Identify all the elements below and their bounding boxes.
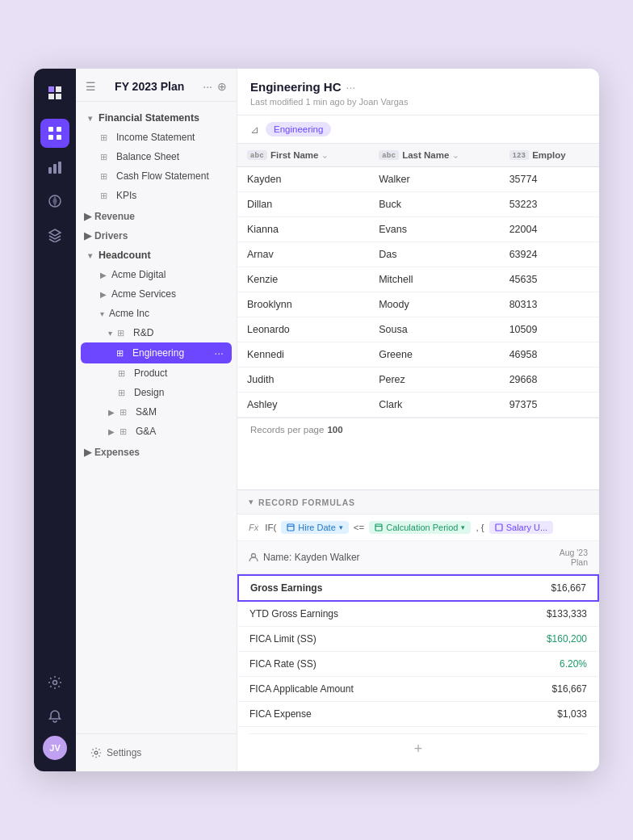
section-financial-statements: ▾ Financial Statements ⊞ Income Statemen…: [76, 108, 237, 205]
formula-table-row[interactable]: FICA Rate (SS) 6.20%: [238, 652, 598, 677]
cell-last-name: Evans: [369, 217, 500, 242]
sidebar-item-label: Acme Digital: [111, 269, 166, 280]
nav-icon-layers[interactable]: [40, 220, 69, 250]
col-header-first-name[interactable]: abc First Name ⌄: [237, 144, 369, 167]
table-row[interactable]: Kianna Evans 22004: [237, 217, 599, 242]
table-row[interactable]: Dillan Buck 53223: [237, 192, 599, 217]
filter-chip-engineering[interactable]: Engineering: [266, 122, 331, 136]
section-revenue-header[interactable]: ▶ Revenue: [76, 207, 237, 226]
cell-employ: 22004: [500, 217, 599, 242]
filter-bar: ⊿ Engineering: [237, 116, 599, 144]
table-row[interactable]: Kayden Walker 35774: [237, 167, 599, 192]
cell-employ: 29668: [500, 368, 599, 393]
sidebar-item-balance-sheet[interactable]: ⊞ Balance Sheet: [76, 147, 237, 166]
salary-chip[interactable]: Salary U...: [489, 521, 553, 534]
cell-first-name: Dillan: [237, 192, 369, 217]
formula-label: FICA Expense: [238, 702, 479, 727]
chevron-down-icon: ▾: [108, 329, 112, 338]
table-icon: ⊞: [118, 388, 129, 398]
calc-period-chip[interactable]: Calculation Period ▾: [369, 521, 471, 534]
table-icon: ⊞: [117, 328, 128, 338]
sidebar-item-label: G&A: [136, 426, 156, 437]
table-row[interactable]: Brooklynn Moody 80313: [237, 292, 599, 317]
nav-icon-bell[interactable]: [40, 702, 69, 731]
settings-button[interactable]: Settings: [84, 742, 228, 763]
formula-table-row[interactable]: Gross Earnings $16,667: [238, 575, 598, 601]
sidebar-item-cash-flow[interactable]: ⊞ Cash Flow Statement: [76, 166, 237, 186]
formula-label: FICA Rate (SS): [238, 652, 479, 677]
fx-label: Fx: [249, 523, 258, 532]
sidebar-item-income-statement[interactable]: ⊞ Income Statement: [76, 128, 237, 147]
chip-dropdown-icon[interactable]: ▾: [461, 523, 465, 531]
table-row[interactable]: Kennedi Greene 46958: [237, 342, 599, 368]
table-row[interactable]: Kenzie Mitchell 45635: [237, 267, 599, 292]
sidebar-item-label: Design: [134, 387, 164, 398]
section-headcount-header[interactable]: ▾ Headcount: [76, 246, 237, 265]
sidebar-more-icon[interactable]: ···: [203, 80, 212, 93]
table-row[interactable]: Arnav Das 63924: [237, 242, 599, 267]
nav-icon-chart[interactable]: [40, 153, 69, 182]
formula-table-row[interactable]: YTD Gross Earnings $133,333: [238, 601, 598, 627]
cell-first-name: Kayden: [237, 167, 369, 192]
formula-operator: <=: [354, 523, 364, 532]
chevron-right-icon: ▶: [100, 290, 107, 299]
formulas-header[interactable]: ▾ RECORD FORMULAS: [237, 490, 599, 514]
section-headcount: ▾ Headcount ▶ Acme Digital ▶ Acme Servic…: [76, 246, 237, 441]
nav-icon-compass[interactable]: [40, 187, 69, 216]
section-expenses-header[interactable]: ▶ Expenses: [76, 443, 237, 462]
cell-first-name: Kennedi: [237, 342, 369, 368]
sidebar-item-rd[interactable]: ▾ ⊞ R&D: [76, 323, 237, 342]
calc-period-label: Calculation Period: [386, 523, 458, 532]
nav-icon-settings[interactable]: [40, 668, 69, 697]
page-more-icon[interactable]: ···: [346, 81, 356, 94]
cell-first-name: Brooklynn: [237, 292, 369, 317]
chevron-right-icon: ▶: [84, 230, 91, 242]
sidebar-item-kpis[interactable]: ⊞ KPIs: [76, 186, 237, 205]
hire-date-chip[interactable]: Hire Date ▾: [281, 521, 348, 534]
formula-table-row[interactable]: FICA Applicable Amount $16,667: [238, 677, 598, 702]
sidebar-item-product[interactable]: ⊞ Product: [76, 363, 237, 383]
sidebar-item-engineering[interactable]: ⊞ Engineering ···: [81, 342, 232, 363]
user-avatar[interactable]: JV: [43, 736, 67, 760]
sidebar-bottom: Settings: [76, 733, 237, 771]
nav-icon-grid[interactable]: [40, 119, 69, 148]
sidebar-item-sm[interactable]: ▶ ⊞ S&M: [76, 402, 237, 422]
formula-table-row[interactable]: FICA Expense $1,033: [238, 702, 598, 727]
col-header-employ[interactable]: 123 Employ: [500, 144, 599, 167]
formula-label: FICA Limit (SS): [238, 627, 479, 652]
sidebar-item-acme-digital[interactable]: ▶ Acme Digital: [76, 265, 237, 284]
sidebar-add-icon[interactable]: ⊕: [217, 80, 227, 93]
cell-first-name: Arnav: [237, 242, 369, 267]
add-formula-button[interactable]: +: [249, 733, 587, 764]
filter-icon[interactable]: ⊿: [250, 124, 259, 136]
table-row[interactable]: Judith Perez 29668: [237, 368, 599, 393]
sidebar-item-label: Engineering: [132, 347, 184, 359]
table-icon: ⊞: [100, 152, 111, 162]
sidebar-item-design[interactable]: ⊞ Design: [76, 383, 237, 402]
sidebar-item-acme-services[interactable]: ▶ Acme Services: [76, 284, 237, 304]
chip-dropdown-icon[interactable]: ▾: [339, 523, 343, 531]
svg-point-10: [94, 751, 98, 754]
sidebar-item-label: Income Statement: [116, 132, 195, 143]
svg-rect-3: [57, 135, 61, 140]
more-icon[interactable]: ···: [214, 346, 224, 359]
hire-date-label: Hire Date: [298, 523, 335, 532]
svg-marker-8: [53, 197, 57, 205]
section-drivers-header[interactable]: ▶ Drivers: [76, 226, 237, 246]
col-header-last-name[interactable]: abc Last Name ⌄: [369, 144, 500, 167]
sidebar-actions: ··· ⊕: [203, 80, 227, 93]
sidebar-item-acme-inc[interactable]: ▾ Acme Inc: [76, 304, 237, 323]
sidebar-nav: ▾ Financial Statements ⊞ Income Statemen…: [76, 102, 237, 733]
nav-bottom: JV: [40, 668, 69, 760]
cell-first-name: Ashley: [237, 393, 369, 418]
formula-table-row[interactable]: FICA Limit (SS) $160,200: [238, 627, 598, 652]
cell-last-name: Sousa: [369, 317, 500, 342]
sidebar-item-ga[interactable]: ▶ ⊞ G&A: [76, 422, 237, 441]
table-row[interactable]: Ashley Clark 97375: [237, 393, 599, 418]
sidebar-item-label: R&D: [133, 327, 153, 338]
table-icon: ⊞: [100, 132, 111, 143]
sidebar-collapse-icon[interactable]: ☰: [86, 80, 96, 93]
section-financial-statements-header[interactable]: ▾ Financial Statements: [76, 108, 237, 128]
table-row[interactable]: Leonardo Sousa 10509: [237, 317, 599, 342]
cell-last-name: Buck: [369, 192, 500, 217]
